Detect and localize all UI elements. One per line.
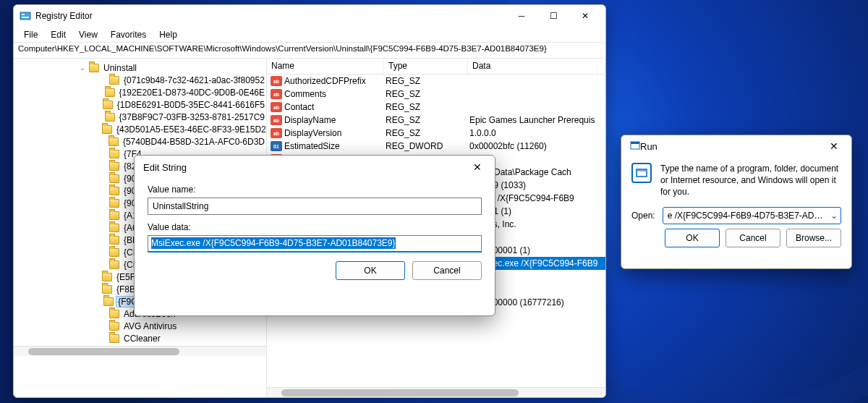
tree-node-label: AVG Antivirus bbox=[122, 321, 178, 331]
value-type: REG_SZ bbox=[386, 115, 469, 125]
menu-help[interactable]: Help bbox=[153, 28, 183, 41]
menu-edit[interactable]: Edit bbox=[45, 28, 72, 41]
tree-node[interactable]: {43D501A5-E5E3-46EC-8F33-9E15D2 bbox=[35, 123, 266, 135]
svg-rect-4 bbox=[631, 142, 639, 144]
run-title: Run bbox=[640, 141, 658, 152]
tree-node[interactable]: {5740BD44-B58D-321A-AFC0-6D3D bbox=[35, 135, 266, 148]
menubar: File Edit View Favorites Help bbox=[14, 27, 605, 43]
value-type: REG_SZ bbox=[386, 76, 469, 86]
tree-node[interactable]: {071c9b48-7c32-4621-a0ac-3f80952 bbox=[35, 74, 266, 86]
menu-favorites[interactable]: Favorites bbox=[105, 28, 152, 41]
col-type[interactable]: Type bbox=[384, 59, 468, 74]
folder-icon bbox=[109, 322, 119, 331]
dialog-close-button[interactable]: ✕ bbox=[464, 157, 490, 177]
dialog-titlebar[interactable]: Edit String ✕ bbox=[135, 156, 495, 179]
regedit-icon bbox=[20, 10, 31, 22]
value-row[interactable]: AuthorizedCDFPrefixREG_SZ bbox=[267, 75, 605, 88]
folder-icon bbox=[102, 285, 112, 294]
open-value: e /X{F9C5C994-F6B9-4D75-B3E7-AD01B84073E… bbox=[663, 211, 827, 221]
open-combobox[interactable]: e /X{F9C5C994-F6B9-4D75-B3E7-AD01B84073E… bbox=[663, 207, 841, 224]
svg-rect-0 bbox=[20, 12, 30, 20]
value-name: DisplayVersion bbox=[284, 128, 386, 138]
run-browse-button[interactable]: Browse... bbox=[786, 229, 841, 247]
reg-sz-icon bbox=[271, 76, 282, 86]
tree-node[interactable]: AVG Antivirus bbox=[35, 320, 266, 332]
svg-rect-2 bbox=[22, 17, 29, 18]
folder-icon bbox=[103, 101, 113, 109]
reg-sz-icon bbox=[271, 128, 282, 138]
folder-icon bbox=[109, 174, 119, 183]
menu-view[interactable]: View bbox=[73, 28, 103, 41]
value-name: DisplayName bbox=[284, 115, 386, 125]
value-data-label: Value data: bbox=[148, 222, 482, 232]
tree-node[interactable]: {192E20E1-D873-40DC-9D0B-0E46E bbox=[35, 86, 266, 98]
folder-icon bbox=[109, 187, 119, 195]
value-data: 1.0.0.0 bbox=[469, 128, 605, 138]
value-row[interactable]: CommentsREG_SZ bbox=[267, 88, 605, 101]
value-row[interactable]: ContactREG_SZ bbox=[267, 101, 605, 114]
folder-icon bbox=[109, 236, 119, 245]
titlebar[interactable]: Registry Editor ─ ☐ ✕ bbox=[14, 5, 605, 27]
folder-icon bbox=[89, 64, 99, 72]
folder-icon bbox=[109, 162, 119, 171]
value-name: AuthorizedCDFPrefix bbox=[284, 76, 386, 86]
folder-icon bbox=[109, 150, 119, 158]
value-name: EstimatedSize bbox=[284, 141, 386, 151]
value-type: REG_SZ bbox=[386, 128, 469, 138]
folder-icon bbox=[109, 137, 119, 146]
folder-icon bbox=[109, 260, 119, 269]
folder-icon bbox=[109, 334, 119, 343]
run-cancel-button[interactable]: Cancel bbox=[726, 229, 780, 247]
folder-icon bbox=[109, 199, 119, 208]
window-title: Registry Editor bbox=[35, 11, 93, 21]
maximize-button[interactable]: ☐ bbox=[537, 6, 569, 26]
value-row[interactable]: EstimatedSizeREG_DWORD0x00002bfc (11260) bbox=[267, 140, 605, 153]
folder-icon bbox=[102, 125, 112, 134]
value-data: Epic Games Launcher Prerequis bbox=[469, 115, 605, 125]
value-type: REG_SZ bbox=[386, 89, 469, 99]
value-type: REG_SZ bbox=[386, 102, 469, 112]
reg-sz-icon bbox=[271, 115, 282, 125]
value-data: 0x00002bfc (11260) bbox=[469, 141, 605, 151]
value-name-input[interactable] bbox=[148, 198, 482, 215]
chevron-down-icon: ⌄ bbox=[79, 64, 86, 72]
col-data[interactable]: Data bbox=[468, 59, 605, 74]
run-ok-button[interactable]: OK bbox=[665, 229, 720, 247]
columns-header[interactable]: Name Type Data bbox=[267, 59, 605, 75]
run-close-button[interactable]: ✕ bbox=[821, 136, 847, 156]
tree-h-scrollbar[interactable] bbox=[14, 346, 266, 356]
value-row[interactable]: DisplayNameREG_SZEpic Games Launcher Pre… bbox=[267, 114, 605, 127]
address-bar[interactable]: Computer\HKEY_LOCAL_MACHINE\SOFTWARE\Mic… bbox=[14, 43, 605, 59]
tree-node-label: {192E20E1-D873-40DC-9D0B-0E46E bbox=[118, 88, 266, 98]
close-button[interactable]: ✕ bbox=[569, 6, 601, 26]
value-name-label: Value name: bbox=[148, 184, 482, 195]
folder-icon bbox=[103, 297, 114, 306]
tree-node-label: {5740BD44-B58D-321A-AFC0-6D3D bbox=[122, 137, 266, 147]
folder-icon bbox=[109, 248, 119, 257]
minimize-button[interactable]: ─ bbox=[506, 6, 537, 26]
values-h-scrollbar[interactable] bbox=[267, 387, 605, 397]
ok-button[interactable]: OK bbox=[336, 261, 405, 280]
tree-node-uninstall[interactable]: ⌄ Uninstall bbox=[35, 61, 266, 74]
value-type: REG_DWORD bbox=[386, 141, 469, 151]
reg-dword-icon bbox=[271, 141, 282, 151]
value-data-input[interactable]: MsiExec.exe /X{F9C5C994-F6B9-4D75-B3E7-A… bbox=[148, 235, 482, 253]
reg-sz-icon bbox=[271, 102, 282, 112]
chevron-down-icon[interactable]: ⌄ bbox=[827, 211, 841, 221]
value-name: Comments bbox=[284, 89, 386, 99]
tree-node-label: {1D8E6291-B0D5-35EC-8441-6616F5 bbox=[116, 100, 266, 110]
tree-node-label: {43D501A5-E5E3-46EC-8F33-9E15D2 bbox=[115, 124, 267, 135]
value-row[interactable]: DisplayVersionREG_SZ1.0.0.0 bbox=[267, 127, 605, 140]
menu-file[interactable]: File bbox=[18, 28, 43, 41]
col-name[interactable]: Name bbox=[267, 59, 384, 74]
value-name: Contact bbox=[284, 102, 386, 112]
folder-icon bbox=[109, 310, 119, 318]
dialog-title: Edit String bbox=[143, 162, 187, 173]
reg-sz-icon bbox=[271, 89, 282, 99]
folder-icon bbox=[102, 273, 112, 281]
cancel-button[interactable]: Cancel bbox=[412, 261, 482, 280]
tree-node[interactable]: {1D8E6291-B0D5-35EC-8441-6616F5 bbox=[35, 98, 266, 111]
tree-node[interactable]: CCleaner bbox=[35, 332, 266, 344]
folder-icon bbox=[109, 76, 119, 85]
tree-node[interactable]: {37B8F9C7-03FB-3253-8781-2517C9 bbox=[35, 111, 266, 123]
